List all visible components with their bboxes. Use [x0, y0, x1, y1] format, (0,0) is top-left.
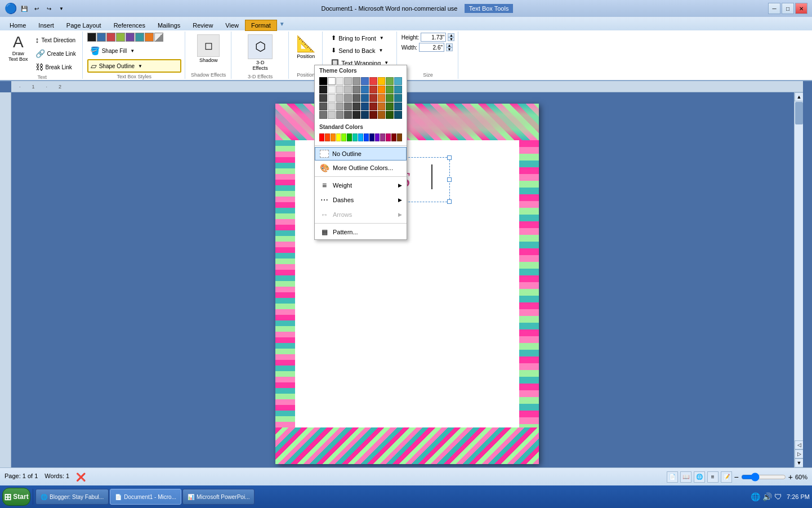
theme-color-1-6[interactable] [369, 86, 377, 93]
shape-fill-button[interactable]: 🪣 Shape Fill ▼ [87, 44, 181, 57]
swatch-red[interactable] [106, 33, 115, 42]
zoom-in-button[interactable]: + [788, 473, 793, 482]
theme-color-3-8[interactable] [386, 103, 394, 110]
swatch-blue[interactable] [97, 33, 106, 42]
std-color-0[interactable] [319, 133, 324, 141]
draw-text-box-button[interactable]: A DrawText Box [6, 33, 31, 64]
theme-color-1-8[interactable] [386, 86, 394, 93]
tab-format[interactable]: Format [245, 20, 277, 31]
more-outline-colors-item[interactable]: 🎨 More Outline Colors... [315, 161, 407, 175]
std-color-13[interactable] [391, 133, 396, 141]
theme-color-2-0[interactable] [319, 94, 327, 102]
theme-color-4-5[interactable] [361, 111, 369, 119]
scroll-next-page[interactable]: ▷ [795, 449, 803, 458]
outline-view[interactable]: ≡ [707, 471, 719, 483]
zoom-slider[interactable] [741, 473, 786, 481]
theme-color-2-3[interactable] [344, 94, 352, 102]
taskbar-item-word[interactable]: 📄 Document1 - Micro... [110, 489, 181, 505]
tab-review[interactable]: Review [186, 20, 219, 30]
tab-view[interactable]: View [219, 20, 245, 30]
zoom-out-button[interactable]: − [734, 473, 739, 482]
height-up[interactable]: ▲ [448, 33, 454, 37]
theme-color-0-5[interactable] [361, 77, 369, 85]
draft-view[interactable]: 📝 [721, 471, 732, 483]
taskbar-item-blogger[interactable]: 🌐 Blogger: Stay Fabul... [35, 489, 109, 505]
std-color-8[interactable] [364, 133, 369, 141]
swatch-teal[interactable] [135, 33, 144, 42]
std-color-10[interactable] [375, 133, 380, 141]
swatch-black[interactable] [87, 33, 96, 42]
scroll-prev-page[interactable]: ◁ [795, 440, 803, 449]
theme-color-4-6[interactable] [369, 111, 377, 119]
std-color-4[interactable] [341, 133, 346, 141]
tab-references[interactable]: References [108, 20, 151, 30]
std-color-6[interactable] [353, 133, 358, 141]
error-icon[interactable]: ❌ [76, 473, 86, 482]
full-reading-view[interactable]: 📖 [680, 471, 691, 483]
theme-color-0-9[interactable] [394, 77, 402, 85]
theme-color-0-2[interactable] [336, 77, 344, 85]
shadow-effects-button[interactable]: ◻ Shadow [194, 33, 222, 65]
theme-color-4-2[interactable] [336, 111, 344, 119]
bring-to-front-button[interactable]: ⬆ Bring to Front ▼ [328, 33, 391, 43]
pattern-item[interactable]: ▦ Pattern... [315, 225, 407, 239]
theme-color-0-6[interactable] [369, 77, 377, 85]
restore-button[interactable]: □ [782, 3, 794, 14]
minimize-button[interactable]: ─ [768, 3, 780, 14]
print-layout-view[interactable]: 📄 [667, 471, 678, 483]
shape-outline-button[interactable]: ▱ Shape Outline ▼ [87, 59, 181, 73]
theme-color-3-5[interactable] [361, 103, 369, 110]
std-color-1[interactable] [325, 133, 330, 141]
weight-item[interactable]: ≡ Weight ▶ [315, 178, 407, 193]
tab-insert[interactable]: Insert [32, 20, 60, 30]
send-to-back-button[interactable]: ⬇ Send to Back ▼ [328, 45, 391, 56]
theme-color-4-7[interactable] [378, 111, 386, 119]
theme-color-4-1[interactable] [328, 111, 336, 119]
theme-color-2-8[interactable] [386, 94, 394, 102]
theme-color-1-7[interactable] [378, 86, 386, 93]
web-layout-view[interactable]: 🌐 [694, 471, 705, 483]
theme-color-4-8[interactable] [386, 111, 394, 119]
tray-network-icon[interactable]: 🌐 [751, 492, 760, 501]
theme-color-1-9[interactable] [394, 86, 402, 93]
theme-color-3-4[interactable] [353, 103, 360, 110]
theme-color-3-1[interactable] [328, 103, 336, 110]
std-color-7[interactable] [358, 133, 363, 141]
scroll-down-button[interactable]: ▼ [795, 458, 803, 467]
dashes-item[interactable]: ⋯ Dashes ▶ [315, 193, 407, 207]
theme-color-3-0[interactable] [319, 103, 327, 110]
3d-effects-button[interactable]: ⬡ 3-DEffects [245, 33, 275, 73]
scroll-track[interactable] [795, 101, 803, 440]
ribbon-expand[interactable]: ▼ [279, 21, 285, 27]
theme-color-1-2[interactable] [336, 86, 344, 93]
theme-color-0-7[interactable] [378, 77, 386, 85]
std-color-5[interactable] [347, 133, 352, 141]
height-input[interactable] [421, 33, 446, 42]
scroll-up-button[interactable]: ▲ [795, 92, 803, 101]
theme-color-4-0[interactable] [319, 111, 327, 119]
theme-color-2-4[interactable] [353, 94, 360, 102]
std-color-9[interactable] [369, 133, 374, 141]
no-outline-item[interactable]: No Outline [315, 147, 407, 161]
theme-color-4-9[interactable] [394, 111, 402, 119]
theme-color-2-5[interactable] [361, 94, 369, 102]
std-color-2[interactable] [331, 133, 336, 141]
theme-color-1-4[interactable] [353, 86, 360, 93]
arrows-item[interactable]: ↔ Arrows ▶ [315, 207, 407, 222]
swatch-purple[interactable] [126, 33, 135, 42]
width-input[interactable] [419, 43, 444, 52]
tab-home[interactable]: Home [3, 20, 32, 30]
theme-color-0-8[interactable] [386, 77, 394, 85]
width-down[interactable]: ▼ [446, 47, 453, 51]
quick-redo[interactable]: ↪ [44, 3, 54, 14]
std-color-14[interactable] [397, 133, 402, 141]
position-button[interactable]: 📐 Position [293, 33, 319, 61]
tab-page-layout[interactable]: Page Layout [60, 20, 108, 30]
tray-volume-icon[interactable]: 🔊 [762, 492, 772, 501]
theme-color-3-2[interactable] [336, 103, 344, 110]
theme-color-2-2[interactable] [336, 94, 344, 102]
swatch-expand[interactable] [154, 33, 163, 42]
tray-security-icon[interactable]: 🛡 [774, 492, 782, 501]
swatch-orange[interactable] [145, 33, 154, 42]
std-color-11[interactable] [380, 133, 385, 141]
